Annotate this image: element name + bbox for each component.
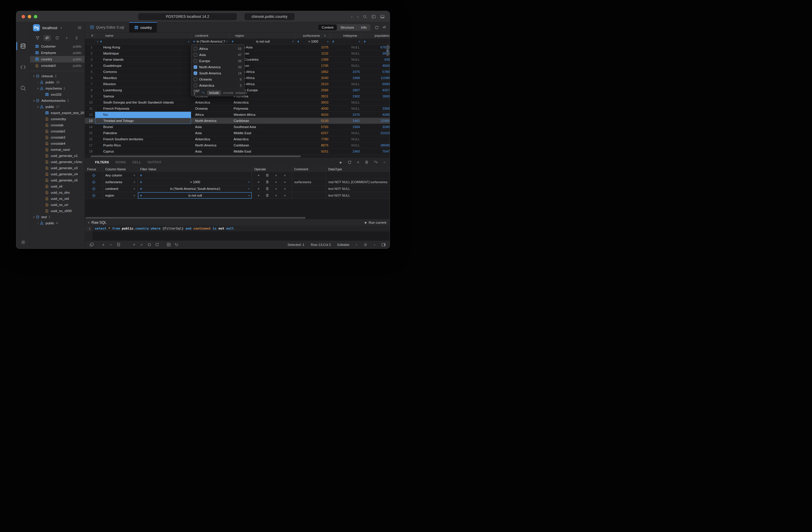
collapse-raw-sql-icon[interactable]: ∨ [88, 221, 90, 224]
cell[interactable]: NULL [330, 105, 362, 112]
cell[interactable]: NULL [330, 81, 362, 87]
cell[interactable]: Polynesia [230, 105, 295, 112]
cell[interactable]: 3869000 [362, 142, 390, 148]
checkbox-icon[interactable] [194, 84, 197, 87]
cell[interactable]: 0 [362, 99, 390, 105]
history-back-icon[interactable]: ‹ [351, 15, 352, 19]
cell[interactable]: 8875 [295, 142, 330, 148]
tree-item-uuid_generate_v5[interactable]: uuid_generate_v5 [30, 177, 85, 183]
cell[interactable]: 699000 [362, 81, 390, 87]
cell[interactable]: Africa [191, 112, 230, 118]
cell[interactable]: 1075 [295, 44, 330, 51]
refresh-icon[interactable] [54, 35, 61, 41]
cell[interactable]: 1975 [330, 69, 362, 75]
filter-cell-region[interactable]: is not null∨ [230, 39, 295, 44]
popup-mode-between[interactable]: between [236, 91, 247, 95]
cell[interactable]: Cyprus [95, 148, 191, 155]
reload-table-icon[interactable] [375, 26, 379, 29]
cell[interactable]: 428000 [362, 112, 390, 118]
checkbox-icon[interactable]: ✓ [194, 65, 197, 69]
cell[interactable]: 456000 [362, 63, 390, 69]
maximize-window-button[interactable] [34, 15, 37, 18]
tree-item-public[interactable]: ›public4 [30, 220, 85, 226]
tree-item-public[interactable]: ∨public17 [30, 103, 85, 110]
cell[interactable]: Guadeloupe [95, 63, 191, 69]
sql-editor-empty[interactable] [85, 231, 390, 240]
cell[interactable]: 6257 [295, 130, 330, 136]
cell[interactable]: NULL [330, 136, 362, 142]
cell[interactable]: South Georgia and the South Sandwich Isl… [95, 99, 191, 105]
popup-option-Africa[interactable]: Africa53 [191, 45, 244, 52]
cell[interactable]: 3101000 [362, 130, 390, 136]
filter-value-field[interactable]: > 1000∨ [138, 179, 252, 185]
cell[interactable]: 395000 [362, 51, 390, 57]
focus-cell[interactable] [85, 186, 103, 192]
cell[interactable]: foo [95, 112, 191, 118]
cell[interactable]: NULL [330, 99, 362, 105]
connection-selector[interactable]: localhost [42, 26, 57, 30]
pinned-item-Employee[interactable]: Employeepublic [30, 49, 85, 56]
add-row-icon[interactable]: + [100, 242, 107, 247]
checkbox-icon[interactable] [194, 59, 197, 63]
cell[interactable]: 5765 [295, 124, 330, 130]
pinned-item-country[interactable]: countrypublic [30, 56, 85, 62]
cell[interactable]: 4 [85, 63, 95, 69]
tree-item-test[interactable]: ∨test1 [30, 214, 85, 220]
cell[interactable]: 7780 [295, 136, 330, 142]
chevron-down-icon[interactable]: ∨ [226, 40, 228, 43]
tree-expand-icon[interactable]: ∨ [32, 99, 35, 102]
undo-icon[interactable] [172, 243, 180, 246]
next-page-icon[interactable]: › [374, 243, 375, 247]
table-row[interactable]: 18CyprusAsiaMiddle East92511960754700 [85, 148, 390, 155]
view-switch-structure[interactable]: Structure [337, 25, 358, 30]
table-row[interactable]: 11French PolynesiaOceaniaPolynesia4000NU… [85, 105, 390, 112]
database-nav-icon[interactable] [16, 40, 30, 53]
tree-item-normal_rand[interactable]: normal_rand [30, 146, 85, 153]
tree-expand-icon[interactable]: ∨ [37, 105, 39, 108]
horizontal-scrollbar-thumb[interactable] [91, 156, 301, 157]
cell[interactable]: Antarctica [230, 136, 295, 142]
prev-page-icon[interactable]: ‹ [356, 243, 357, 247]
delete-filter-row-icon[interactable] [263, 174, 272, 177]
cell[interactable]: 1862 [295, 69, 330, 75]
add-filter-row-icon[interactable]: + [254, 174, 263, 177]
view-switch-content[interactable]: Content [318, 25, 337, 30]
chevron-down-icon[interactable]: ∨ [188, 40, 190, 43]
cell[interactable]: 0 [362, 136, 390, 142]
filter-value-field[interactable]: in ('North America','South America')∨ [138, 186, 252, 192]
cell[interactable]: 2831 [295, 94, 330, 99]
table-row[interactable]: 17Puerto RicoNorth AmericaCaribbean8875N… [85, 142, 390, 148]
cell[interactable]: 2 [85, 51, 95, 57]
pinned-item-Customer[interactable]: Customerpublic [30, 43, 85, 49]
page-settings-gear-icon[interactable] [363, 243, 367, 247]
tree-expand-icon[interactable]: ∨ [32, 75, 35, 77]
checkbox-icon[interactable] [194, 77, 197, 81]
collapse-panel-icon[interactable]: − [383, 160, 386, 164]
filter-value-field[interactable] [138, 172, 252, 178]
cell[interactable]: 3 [85, 57, 95, 63]
popup-option-Europe[interactable]: Europe39 [191, 58, 244, 64]
cell[interactable]: Faroe Islands [95, 57, 191, 63]
cell[interactable]: 18 [85, 148, 95, 155]
clear-filters-icon[interactable] [374, 160, 378, 164]
cell[interactable]: 435700 [362, 87, 390, 94]
cell[interactable]: 43000 [362, 57, 390, 63]
cell[interactable]: 1960 [330, 148, 362, 155]
tree-expand-icon[interactable]: ∨ [37, 87, 39, 90]
cell[interactable]: 5130 [295, 118, 330, 124]
cell[interactable]: 2510 [295, 81, 330, 87]
cell[interactable]: 1867 [330, 87, 362, 94]
toggle-bottom-panel-icon[interactable] [380, 15, 385, 18]
add-filter-row-icon[interactable]: + [254, 187, 263, 190]
filter-cell-surfacearea[interactable]: > 1000∨ [295, 39, 330, 44]
table-row[interactable]: 12fooAfricaWestern Africa40331975428000 [85, 112, 390, 118]
cell[interactable]: Mauritius [95, 75, 191, 81]
move-up-icon[interactable]: ∧ [272, 174, 280, 177]
column-name-select[interactable]: Any column∨ [103, 172, 138, 178]
chevron-down-icon[interactable]: ∨ [327, 40, 329, 43]
move-up-icon[interactable]: ∧ [272, 187, 280, 190]
column-name-select[interactable]: continent∨ [103, 186, 138, 192]
cell[interactable]: 754700 [362, 148, 390, 155]
cell[interactable]: 1962 [330, 94, 362, 99]
run-current-button[interactable]: ▶ Run current [365, 221, 386, 224]
